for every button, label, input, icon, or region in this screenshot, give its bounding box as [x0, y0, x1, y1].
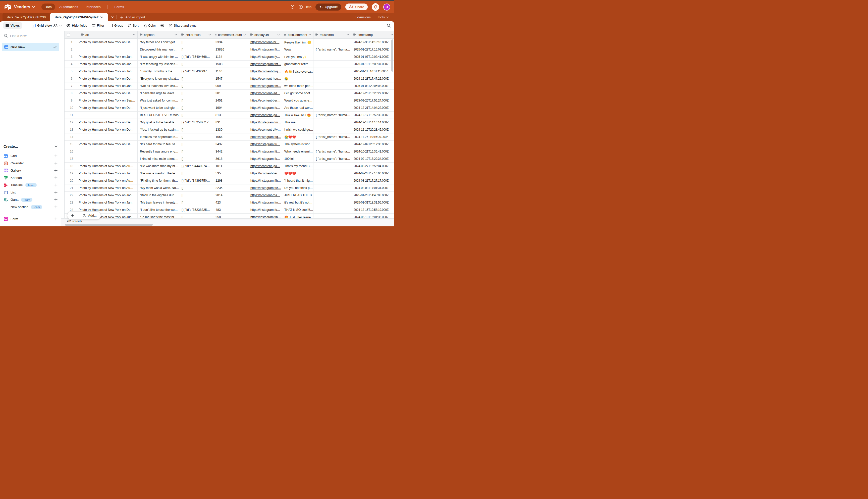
extensions-button[interactable]: Extensions [355, 15, 371, 19]
plus-icon[interactable] [54, 176, 58, 179]
cell-firstComment[interactable]: Would you guys e… [282, 97, 313, 104]
add-or-import-button[interactable]: Add or import [120, 13, 145, 21]
cell-caption[interactable]: “He was a mentor. The le… [138, 170, 179, 177]
cell-alt[interactable]: 21Photo by Humans of New York on Au… [64, 184, 138, 192]
cell-firstComment[interactable]: 🔥👏 I also overca… [282, 68, 313, 75]
column-header-menu[interactable] [347, 34, 349, 35]
cell-childPosts[interactable]: [] [179, 192, 213, 199]
create-item-gantt[interactable]: GanttTeam [3, 196, 58, 203]
workspace-switcher[interactable]: Vendors [14, 5, 35, 9]
row-number[interactable]: 16 [64, 150, 78, 153]
cell-caption[interactable]: “Finding time for them, th… [138, 177, 179, 184]
cell-caption[interactable]: I kind of miss male attenti… [138, 155, 179, 162]
tab-list-dropdown[interactable] [111, 13, 114, 21]
cell-childPosts[interactable]: [] [179, 82, 213, 90]
cell-displayUrl[interactable]: https://scontent-lhr… [248, 39, 282, 46]
column-header-menu[interactable] [209, 34, 211, 35]
cell-displayUrl[interactable]: https://instagram.fm… [248, 119, 282, 126]
cell-musicInfo[interactable] [313, 119, 351, 126]
cell-musicInfo[interactable]: { "artist_name": "huma… [313, 148, 351, 155]
plus-icon[interactable] [54, 161, 58, 165]
cell-caption[interactable]: “I don’t like to use the wo… [138, 206, 179, 214]
cell-firstComment[interactable]: grandfather retire… [282, 61, 313, 68]
search-button[interactable] [387, 24, 391, 28]
cell-timestamp[interactable]: 2024-12-20T16:26:27.000Z [351, 90, 394, 97]
cell-alt[interactable]: 15Photo by Humans of New York on De… [64, 141, 138, 148]
column-header-firstComment[interactable]: firstComment [282, 31, 313, 39]
notifications-button[interactable] [372, 3, 379, 11]
row-number[interactable]: 4 [64, 62, 78, 66]
find-view-input[interactable] [10, 34, 48, 38]
find-view-search[interactable] [3, 33, 58, 39]
cell-musicInfo[interactable] [313, 162, 351, 170]
column-header-childPosts[interactable]: childPosts [179, 31, 213, 39]
cell-commentsCount[interactable]: 3618 [213, 155, 248, 162]
table-tab-active[interactable]: data_Og5Zq6ZPNhWb5ydeZ [50, 13, 108, 21]
plus-icon[interactable] [54, 198, 58, 201]
cell-childPosts[interactable]: [ { "id": "35404668… [179, 53, 213, 61]
cell-commentsCount[interactable]: 813 [213, 112, 248, 119]
cell-alt[interactable]: 7Photo by Humans of New York on Jan… [64, 82, 138, 90]
row-number[interactable]: 20 [64, 179, 78, 182]
cell-caption[interactable]: “Yes, I fucked up by sayin… [138, 126, 179, 133]
cell-displayUrl[interactable]: https://instagram.fm… [248, 199, 282, 206]
cell-displayUrl[interactable]: https://instagram.fu… [248, 141, 282, 148]
cell-childPosts[interactable]: [] [179, 61, 213, 68]
cell-commentsCount[interactable]: 2814 [213, 192, 248, 199]
cell-alt[interactable]: 6Photo by Humans of New York on De… [64, 75, 138, 82]
row-number[interactable]: 13 [64, 128, 78, 131]
cell-alt[interactable]: 10Photo by Humans of New York on De… [64, 104, 138, 112]
plus-icon[interactable] [54, 154, 58, 158]
cell-firstComment[interactable]: I wish we could ge… [282, 126, 313, 133]
cell-displayUrl[interactable]: https://scontent-ber… [248, 170, 282, 177]
create-item-grid[interactable]: Grid [3, 152, 58, 160]
cell-commentsCount[interactable]: 909 [213, 82, 248, 90]
cell-caption[interactable]: “I’m teaching my last clas… [138, 61, 179, 68]
cell-firstComment[interactable]: "I heard that it mig… [282, 177, 313, 184]
cell-timestamp[interactable]: 2024-08-21T17:27:17.000Z [351, 177, 394, 184]
column-header-menu[interactable] [277, 34, 280, 35]
user-avatar[interactable]: D [383, 3, 390, 11]
cell-caption[interactable]: “It’s hard for me to feel sa… [138, 141, 179, 148]
cell-commentsCount[interactable]: 831 [213, 119, 248, 126]
cell-childPosts[interactable]: [] [179, 112, 213, 119]
cell-caption[interactable]: “Back in the eighties dun… [138, 192, 179, 199]
select-all-checkbox[interactable] [67, 33, 70, 36]
row-number[interactable]: 14 [64, 135, 78, 139]
cell-childPosts[interactable]: [ { "id": "34440074… [179, 162, 213, 170]
share-and-sync-button[interactable]: Share and sync [169, 24, 196, 27]
cell-timestamp[interactable]: 2025-01-03T20:05:03.000Z [351, 82, 394, 90]
row-number[interactable]: 22 [64, 194, 78, 197]
cell-childPosts[interactable]: [] [179, 184, 213, 192]
vertical-scrollbar[interactable] [391, 39, 393, 72]
cell-timestamp[interactable]: 2024-12-09T20:17:30.000Z [351, 141, 394, 148]
cell-caption[interactable]: “My train leaves in twenty… [138, 199, 179, 206]
cell-musicInfo[interactable] [313, 206, 351, 214]
row-number[interactable]: 23 [64, 201, 78, 204]
nav-item-automations[interactable]: Automations [56, 3, 82, 10]
cell-childPosts[interactable]: [] [179, 133, 213, 141]
cell-caption[interactable]: “I have this urge to leave … [138, 90, 179, 97]
cell-firstComment[interactable]: Do you not think p… [282, 184, 313, 192]
cell-displayUrl[interactable]: https://instagram.flh… [248, 177, 282, 184]
cell-firstComment[interactable]: 100 lol [282, 155, 313, 162]
cell-displayUrl[interactable]: https://instagram.fc… [248, 104, 282, 112]
cell-musicInfo[interactable] [313, 192, 351, 199]
nav-item-interfaces[interactable]: Interfaces [82, 3, 104, 10]
plus-icon[interactable] [54, 183, 58, 187]
filter-button[interactable]: Filter [92, 24, 104, 27]
cell-displayUrl[interactable]: https://instagram.fy… [248, 53, 282, 61]
cell-alt[interactable]: 1Photo by Humans of New York on De… [64, 39, 138, 46]
cell-childPosts[interactable]: [ { "id": "35238225… [179, 206, 213, 214]
cell-alt[interactable]: 16 [64, 148, 138, 155]
cell-commentsCount[interactable]: 1140 [213, 68, 248, 75]
create-item-new-section[interactable]: New sectionTeam [3, 203, 58, 210]
column-header-caption[interactable]: caption [138, 31, 179, 39]
cell-firstComment[interactable]: People like him. 😬 [282, 39, 313, 46]
history-button[interactable] [290, 5, 295, 9]
cell-firstComment[interactable]: we need more peo… [282, 82, 313, 90]
row-number[interactable]: 17 [64, 157, 78, 160]
cell-musicInfo[interactable] [313, 141, 351, 148]
color-button[interactable]: Color [143, 24, 156, 27]
cell-caption[interactable]: “Everyone knew my situat… [138, 75, 179, 82]
